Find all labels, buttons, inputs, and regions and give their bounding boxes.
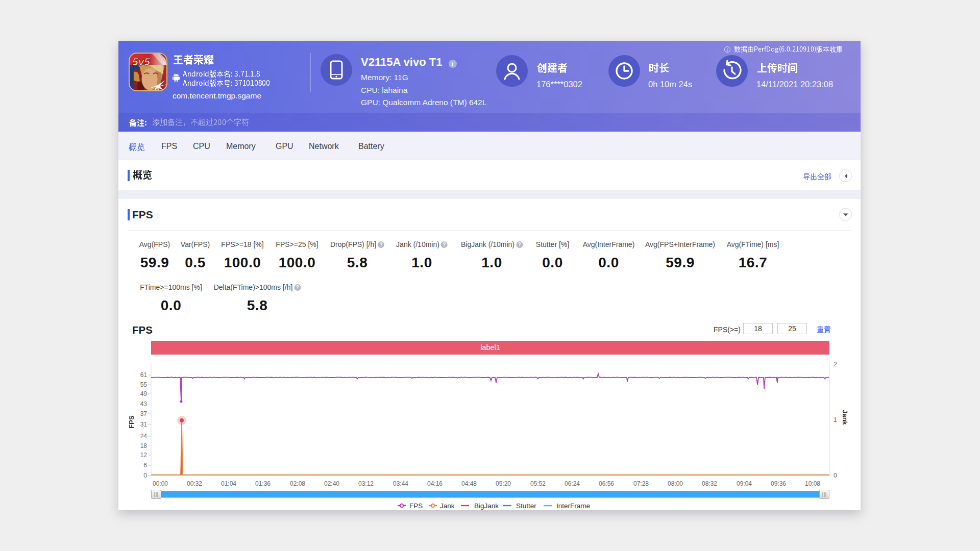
svg-text:InterFrame: InterFrame xyxy=(556,502,590,510)
svg-text:10:08: 10:08 xyxy=(805,480,820,487)
svg-text:02:40: 02:40 xyxy=(324,480,339,487)
svg-text:08:00: 08:00 xyxy=(668,480,683,487)
svg-text:1: 1 xyxy=(834,416,837,423)
svg-text:6: 6 xyxy=(143,462,147,469)
svg-text:55: 55 xyxy=(140,381,148,388)
svg-text:31: 31 xyxy=(140,421,148,428)
svg-text:02:08: 02:08 xyxy=(290,480,305,487)
svg-text:49: 49 xyxy=(140,390,148,397)
svg-text:5v5: 5v5 xyxy=(132,56,150,67)
svg-text:01:04: 01:04 xyxy=(221,480,236,487)
svg-text:06:24: 06:24 xyxy=(565,480,580,487)
svg-text:08:32: 08:32 xyxy=(702,480,717,487)
svg-text:05:20: 05:20 xyxy=(496,480,511,487)
svg-text:05:52: 05:52 xyxy=(530,480,546,487)
svg-text:12: 12 xyxy=(140,452,148,459)
svg-text:Jank: Jank xyxy=(440,502,455,510)
svg-text:0: 0 xyxy=(834,472,837,479)
svg-text:BigJank: BigJank xyxy=(474,502,499,510)
svg-text:FPS: FPS xyxy=(128,415,135,429)
svg-text:07:28: 07:28 xyxy=(633,480,649,487)
svg-text:04:16: 04:16 xyxy=(427,480,443,487)
svg-text:09:04: 09:04 xyxy=(737,480,752,487)
svg-text:43: 43 xyxy=(140,400,148,408)
svg-text:09:36: 09:36 xyxy=(771,480,786,487)
svg-text:2: 2 xyxy=(834,361,837,368)
svg-text:03:12: 03:12 xyxy=(358,480,374,487)
svg-text:0: 0 xyxy=(143,472,147,479)
svg-text:61: 61 xyxy=(140,371,148,379)
svg-text:01:36: 01:36 xyxy=(255,480,271,487)
svg-text:Stutter: Stutter xyxy=(516,502,536,510)
svg-text:24: 24 xyxy=(140,433,148,440)
svg-text:04:48: 04:48 xyxy=(461,480,477,487)
svg-text:06:56: 06:56 xyxy=(599,480,614,487)
svg-text:03:44: 03:44 xyxy=(393,480,408,487)
svg-text:00:32: 00:32 xyxy=(187,480,202,487)
svg-text:Jank: Jank xyxy=(841,410,849,425)
svg-text:37: 37 xyxy=(140,410,148,417)
svg-text:FPS: FPS xyxy=(409,502,423,510)
svg-text:00:00: 00:00 xyxy=(153,480,168,487)
svg-text:18: 18 xyxy=(140,442,148,449)
